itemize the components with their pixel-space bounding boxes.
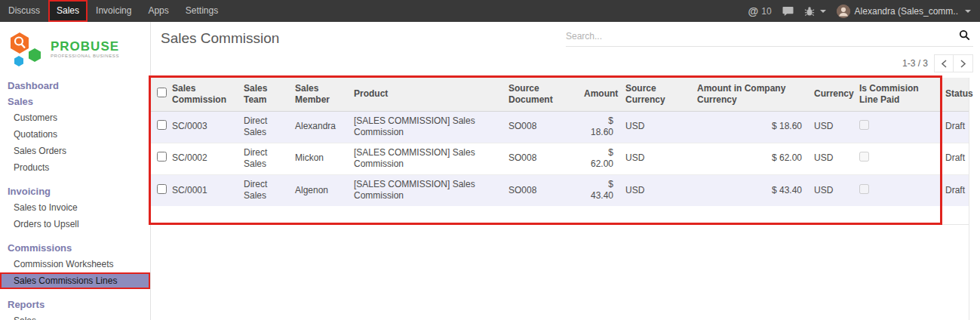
is-paid-checkbox bbox=[859, 120, 869, 130]
col-status[interactable]: Status bbox=[939, 78, 969, 111]
col-sales-commission[interactable]: Sales Commission bbox=[166, 78, 238, 111]
col-sales-team[interactable]: Sales Team bbox=[238, 78, 289, 111]
cell-sales-commission: SC/0003 bbox=[166, 111, 238, 143]
cell-status: Draft bbox=[939, 111, 969, 143]
sidebar-item-orders-to-upsell[interactable]: Orders to Upsell bbox=[0, 216, 150, 232]
topbar-menu-settings[interactable]: Settings bbox=[177, 0, 226, 22]
at-icon: @ bbox=[748, 5, 759, 17]
page-title: Sales Commission bbox=[161, 30, 279, 47]
activities-button[interactable] bbox=[804, 6, 826, 17]
main-content: Sales Commission 1-3 / 3 bbox=[151, 22, 980, 320]
sidebar-heading-reports[interactable]: Reports bbox=[0, 297, 150, 312]
search-icon bbox=[959, 29, 970, 41]
chevron-right-icon bbox=[960, 60, 966, 68]
sidebar-item-products[interactable]: Products bbox=[0, 159, 150, 176]
brand-logo: PROBUSE PROFESSIONAL BUSINESS bbox=[0, 26, 150, 78]
bug-icon bbox=[804, 6, 815, 17]
table-row[interactable]: SC/0003 Direct Sales Alexandra [SALES CO… bbox=[151, 111, 969, 143]
probuse-logo-icon bbox=[8, 31, 47, 67]
sidebar-item-sales-commissions-lines[interactable]: Sales Commissions Lines bbox=[0, 272, 150, 289]
row-select-checkbox[interactable] bbox=[157, 184, 167, 194]
cell-source-currency: USD bbox=[619, 111, 691, 143]
cell-currency: USD bbox=[808, 111, 853, 143]
user-name: Alexandra (Sales_comm.. bbox=[855, 6, 958, 17]
cell-sales-team: Direct Sales bbox=[238, 143, 289, 174]
messages-button[interactable] bbox=[782, 6, 794, 17]
col-source-currency[interactable]: Source Currency bbox=[619, 78, 691, 111]
cell-source-document: SO008 bbox=[502, 111, 578, 143]
pager-prev-button[interactable] bbox=[934, 54, 954, 72]
cell-currency: USD bbox=[808, 143, 853, 174]
topbar-menu-invoicing[interactable]: Invoicing bbox=[88, 0, 140, 22]
commission-lines-table: Sales Commission Sales Team Sales Member… bbox=[151, 78, 969, 206]
row-select-checkbox[interactable] bbox=[157, 120, 167, 130]
is-paid-checkbox bbox=[859, 184, 869, 194]
topbar-menu-apps[interactable]: Apps bbox=[140, 0, 177, 22]
cell-amount-company: $ 43.40 bbox=[691, 174, 808, 206]
cell-sales-commission: SC/0002 bbox=[166, 143, 238, 174]
topbar-menu-discuss[interactable]: Discuss bbox=[0, 0, 48, 22]
topbar: Discuss Sales Invoicing Apps Settings @ … bbox=[0, 0, 980, 22]
pager-next-button[interactable] bbox=[954, 54, 973, 72]
sidebar-item-reports-sales[interactable]: Sales bbox=[0, 312, 150, 320]
cell-sales-team: Direct Sales bbox=[238, 174, 289, 206]
search-box bbox=[566, 26, 973, 47]
row-select-cell bbox=[151, 111, 166, 143]
chat-icon bbox=[782, 6, 794, 17]
sidebar-item-quotations[interactable]: Quotations bbox=[0, 126, 150, 143]
cell-is-paid bbox=[853, 143, 939, 174]
col-is-commission-line-paid[interactable]: Is Commision Line Paid bbox=[853, 78, 939, 111]
row-select-cell bbox=[151, 143, 166, 174]
cell-amount: $ 18.60 bbox=[578, 111, 619, 143]
col-source-document[interactable]: Source Document bbox=[502, 78, 578, 111]
topbar-right: @ 10 Alexandra (Sales_comm.. bbox=[748, 0, 980, 22]
search-button[interactable] bbox=[956, 28, 973, 45]
chevron-down-icon bbox=[820, 10, 826, 13]
cell-sales-commission: SC/0001 bbox=[166, 174, 238, 206]
sidebar-heading-invoicing[interactable]: Invoicing bbox=[0, 183, 150, 199]
mentions-button[interactable]: @ 10 bbox=[748, 5, 772, 17]
col-sales-member[interactable]: Sales Member bbox=[289, 78, 348, 111]
table-empty-space bbox=[151, 206, 969, 225]
sidebar-heading-commissions[interactable]: Commissions bbox=[0, 240, 150, 256]
table-header-row: Sales Commission Sales Team Sales Member… bbox=[151, 78, 969, 111]
topbar-menu-sales[interactable]: Sales bbox=[48, 0, 88, 22]
row-select-cell bbox=[151, 174, 166, 206]
select-all-checkbox[interactable] bbox=[157, 88, 167, 97]
sidebar-item-sales-to-invoice[interactable]: Sales to Invoice bbox=[0, 199, 150, 216]
brand-tagline: PROFESSIONAL BUSINESS bbox=[51, 54, 119, 58]
is-paid-checkbox bbox=[859, 152, 869, 162]
avatar bbox=[837, 5, 850, 18]
sidebar-heading-sales[interactable]: Sales bbox=[0, 94, 150, 109]
odoo-app: Discuss Sales Invoicing Apps Settings @ … bbox=[0, 0, 980, 320]
cell-amount-company: $ 18.60 bbox=[691, 111, 808, 143]
cell-amount: $ 62.00 bbox=[578, 143, 619, 174]
cell-status: Draft bbox=[939, 174, 969, 206]
cell-status: Draft bbox=[939, 143, 969, 174]
cell-source-document: SO008 bbox=[502, 143, 578, 174]
sidebar-item-customers[interactable]: Customers bbox=[0, 109, 150, 126]
sidebar-item-sales-orders[interactable]: Sales Orders bbox=[0, 143, 150, 159]
user-menu[interactable]: Alexandra (Sales_comm.. bbox=[837, 5, 971, 18]
col-currency[interactable]: Currency bbox=[808, 78, 853, 111]
table-row[interactable]: SC/0002 Direct Sales Mickon [SALES COMMI… bbox=[151, 143, 969, 174]
cell-product: [SALES COMMISSION] Sales Commission bbox=[348, 111, 502, 143]
sidebar-item-commission-worksheets[interactable]: Commission Worksheets bbox=[0, 256, 150, 272]
cell-sales-member: Algenon bbox=[289, 174, 348, 206]
commission-lines-table-area: Sales Commission Sales Team Sales Member… bbox=[151, 78, 969, 320]
cell-sales-member: Mickon bbox=[289, 143, 348, 174]
sidebar: PROBUSE PROFESSIONAL BUSINESS Dashboard … bbox=[0, 22, 151, 320]
search-input[interactable] bbox=[566, 31, 956, 42]
col-amount[interactable]: Amount bbox=[578, 78, 619, 111]
mention-count: 10 bbox=[761, 6, 771, 17]
cell-amount-company: $ 62.00 bbox=[691, 143, 808, 174]
table-row[interactable]: SC/0001 Direct Sales Algenon [SALES COMM… bbox=[151, 174, 969, 206]
sidebar-heading-dashboard[interactable]: Dashboard bbox=[0, 78, 150, 94]
col-product[interactable]: Product bbox=[348, 78, 502, 111]
cell-source-currency: USD bbox=[619, 143, 691, 174]
col-amount-company-currency[interactable]: Amount in Company Currency bbox=[691, 78, 808, 111]
cell-is-paid bbox=[853, 174, 939, 206]
brand-name: PROBUSE bbox=[51, 40, 119, 54]
row-select-checkbox[interactable] bbox=[157, 152, 167, 162]
chevron-down-icon bbox=[965, 10, 971, 13]
